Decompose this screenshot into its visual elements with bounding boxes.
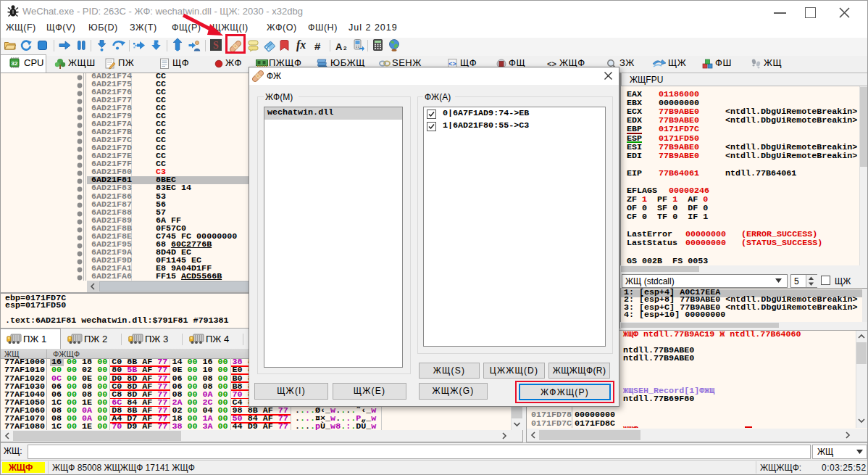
svg-text:S: S (213, 40, 219, 51)
svg-text:32: 32 (12, 60, 18, 67)
